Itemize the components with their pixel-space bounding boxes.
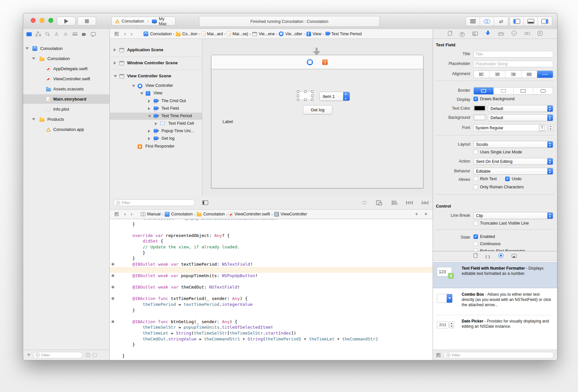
ib-crumb-2[interactable]: Mai...ard xyxy=(202,31,223,36)
issue-navigator-tab[interactable]: ⚠ xyxy=(53,31,60,37)
file-row-consolation[interactable]: Consolation xyxy=(23,44,109,53)
code-crumb-2[interactable]: Consolation xyxy=(197,212,225,216)
related-items-icon[interactable] xyxy=(114,212,119,216)
outline-filter-field[interactable]: Filter xyxy=(113,199,195,206)
checkbox[interactable]: ✓ xyxy=(473,97,478,101)
border-segment-2[interactable] xyxy=(514,87,534,94)
disclosure-icon[interactable] xyxy=(114,75,117,77)
checkbox[interactable] xyxy=(473,185,478,189)
outline-row-text-time-period[interactable]: Text Time Period xyxy=(110,113,202,120)
code-crumb-1[interactable]: Consolation xyxy=(165,212,193,217)
outline-row-popup-time-uni-[interactable]: Popup Time Uni... xyxy=(110,128,202,135)
ib-connection-icon[interactable] xyxy=(111,274,114,277)
color-well[interactable] xyxy=(473,114,486,120)
disclosure-icon[interactable] xyxy=(148,137,150,140)
checkbox[interactable] xyxy=(473,221,478,226)
disclosure-icon[interactable] xyxy=(32,118,35,120)
outline-row-application-scene[interactable]: Application Scene xyxy=(110,46,202,54)
library-item-date-picker[interactable]: 2/12Date Picker - Provides for visually … xyxy=(433,315,557,340)
report-navigator-tab[interactable] xyxy=(90,32,96,36)
add-assistant-editor-button[interactable]: + xyxy=(415,211,418,217)
ib-connection-icon[interactable] xyxy=(111,263,114,266)
storyboard-canvas[interactable]: Label Item 1 Get log xyxy=(202,39,433,196)
color-well[interactable] xyxy=(473,105,486,111)
color-popup[interactable]: Default xyxy=(488,105,553,112)
ib-crumb-1[interactable]: Co...tion xyxy=(176,32,198,36)
library-view-mode-icon[interactable] xyxy=(436,353,441,357)
ib-crumb-0[interactable]: Consolation xyxy=(143,31,172,36)
disclosure-icon[interactable] xyxy=(140,92,143,95)
outline-row-window-controller-scene[interactable]: Window Controller Scene xyxy=(110,59,202,67)
symbol-navigator-tab[interactable] xyxy=(35,32,41,36)
recent-files-icon[interactable] xyxy=(86,353,90,357)
exit-cube-icon[interactable] xyxy=(322,59,328,65)
checkbox[interactable] xyxy=(473,177,478,181)
attributes-inspector-tab[interactable] xyxy=(486,31,490,37)
update-frames-icon[interactable] xyxy=(361,200,367,205)
border-segment-0[interactable] xyxy=(474,87,494,94)
popup-button-layout[interactable]: Scrolls xyxy=(473,141,553,148)
pin-constraints-icon[interactable] xyxy=(406,200,413,205)
effects-inspector-tab[interactable] xyxy=(538,31,542,37)
view-controller-dock-icon[interactable] xyxy=(307,59,313,65)
outline-row-text-field-cell[interactable]: Text Field Cell xyxy=(110,120,202,127)
file-inspector-tab[interactable] xyxy=(448,31,452,37)
alignment-segment-0[interactable] xyxy=(474,71,490,78)
add-file-button[interactable]: + xyxy=(27,352,30,358)
identity-inspector-tab[interactable] xyxy=(472,31,478,37)
disclosure-icon[interactable] xyxy=(132,85,135,87)
code-crumb-0[interactable]: Manual xyxy=(141,212,160,216)
library-snippets-tab[interactable]: { } xyxy=(486,253,490,259)
ib-crumb-4[interactable]: Vie...ene xyxy=(252,32,275,36)
outline-row-view[interactable]: View xyxy=(110,90,202,97)
set-font-icon[interactable]: T xyxy=(539,125,545,131)
disclosure-icon[interactable] xyxy=(148,100,150,103)
alignment-segment-3[interactable] xyxy=(521,71,537,78)
alignment-segment-1[interactable] xyxy=(490,71,506,78)
test-navigator-tab[interactable]: ◇ xyxy=(62,31,69,37)
checkbox[interactable]: ✓ xyxy=(505,177,510,181)
outline-row-view-controller[interactable]: View Controller xyxy=(110,82,202,89)
ib-connection-icon[interactable] xyxy=(111,297,114,300)
file-row-products[interactable]: Products xyxy=(23,115,109,124)
disclosure-icon[interactable] xyxy=(114,48,116,52)
file-row-viewcontroller-swift[interactable]: ViewController.swift xyxy=(23,74,109,84)
breakpoint-navigator-tab[interactable] xyxy=(81,32,87,36)
popup-button-line-break[interactable]: Clip xyxy=(473,212,553,219)
standard-editor-button[interactable] xyxy=(466,17,480,26)
unsaved-files-icon[interactable] xyxy=(93,353,97,357)
library-filter-field[interactable]: Filter xyxy=(443,352,554,358)
library-media-tab[interactable] xyxy=(512,253,517,259)
ib-crumb-7[interactable]: Text Time Period xyxy=(325,32,362,36)
close-window-button[interactable] xyxy=(31,18,36,23)
inspector-text-input[interactable]: Title xyxy=(473,51,553,57)
scheme-selector[interactable]: Consolation › My Mac xyxy=(111,17,175,25)
forward-icon[interactable]: › xyxy=(131,211,133,217)
debug-navigator-tab[interactable] xyxy=(72,32,78,36)
alignment-segment-4[interactable] xyxy=(537,71,553,78)
disclosure-icon[interactable] xyxy=(32,57,35,60)
toggle-navigator-button[interactable] xyxy=(510,17,524,26)
checkbox[interactable]: ✓ xyxy=(473,234,478,239)
selected-text-field[interactable] xyxy=(297,90,313,101)
forward-icon[interactable]: › xyxy=(131,31,133,37)
file-row-consolation-app[interactable]: Consolation.app xyxy=(23,125,109,134)
alignment-segment-2[interactable] xyxy=(505,71,521,78)
checkbox[interactable] xyxy=(473,242,478,246)
project-navigator-tab[interactable] xyxy=(26,32,32,36)
assistant-editor-button[interactable] xyxy=(480,17,494,26)
align-icon[interactable] xyxy=(391,200,397,205)
back-icon[interactable]: ‹ xyxy=(124,31,126,37)
popup-button-action[interactable]: Sent On End Editing xyxy=(473,158,553,165)
disclosure-icon[interactable] xyxy=(148,107,150,110)
ib-connection-icon[interactable] xyxy=(111,320,114,323)
outline-row-view-controller-scene[interactable]: View Controller Scene xyxy=(110,72,202,80)
source-code-editor[interactable]: theTimeSelStr = (popupTimeUnits.selected… xyxy=(110,219,433,360)
zoom-window-button[interactable] xyxy=(48,18,53,23)
run-button[interactable] xyxy=(57,17,75,25)
checkbox[interactable] xyxy=(473,150,478,154)
font-field[interactable]: System RegularT xyxy=(473,124,547,131)
bindings-inspector-tab[interactable] xyxy=(524,31,530,37)
file-row-assets-xcassets[interactable]: Assets.xcassets xyxy=(23,84,109,94)
popup-button-behavior[interactable]: Editable xyxy=(473,168,553,175)
